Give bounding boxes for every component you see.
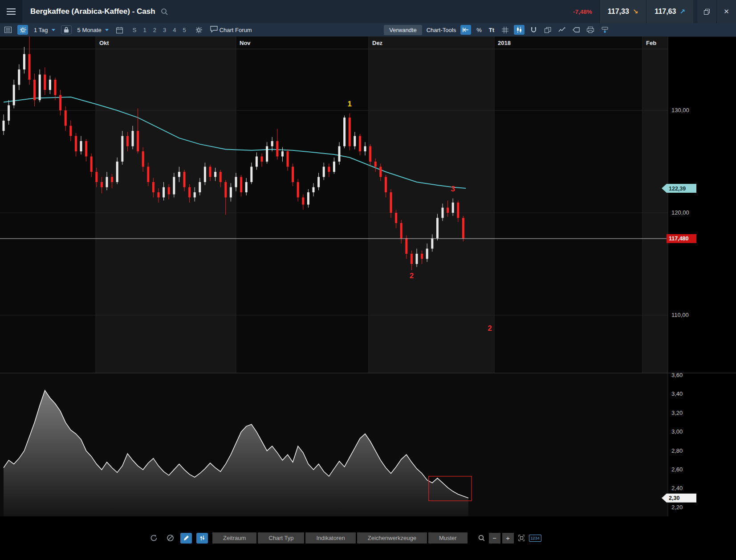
candle-body bbox=[224, 182, 227, 198]
calendar-icon[interactable] bbox=[114, 25, 125, 35]
bottom-tab-chart-typ[interactable]: Chart Typ bbox=[258, 532, 304, 544]
candle-body bbox=[8, 106, 10, 121]
month-label: Feb bbox=[646, 40, 656, 46]
price-tick-label: 120,00 bbox=[671, 209, 689, 216]
preset-5[interactable]: 5 bbox=[183, 27, 186, 33]
menu-button[interactable] bbox=[0, 0, 22, 23]
indicator-tick-label: 3,40 bbox=[671, 390, 683, 397]
chart-forum-button[interactable]: Chart Forum bbox=[208, 25, 254, 35]
sell-price-button[interactable]: 117,33 ↘ bbox=[599, 0, 647, 23]
fit-screen-icon[interactable] bbox=[516, 533, 527, 544]
candle-body bbox=[261, 157, 263, 162]
candle-body bbox=[39, 75, 41, 101]
candle-body bbox=[168, 187, 170, 195]
candle-body bbox=[65, 110, 67, 126]
range-select[interactable]: 5 Monate bbox=[76, 26, 110, 34]
indicator-tick-label: 2,60 bbox=[671, 466, 683, 473]
pencil-icon[interactable] bbox=[180, 533, 192, 544]
wave-annotation: 2 bbox=[488, 324, 492, 333]
chart-window: Bergkaffee (Arabica-Kaffee) - Cash -7,48… bbox=[0, 0, 736, 560]
range-value: 5 Monate bbox=[77, 27, 102, 33]
candle-body bbox=[390, 192, 392, 213]
candle-body bbox=[426, 249, 428, 259]
quote-panel-icon[interactable] bbox=[3, 25, 13, 35]
candle-body bbox=[379, 167, 382, 177]
trendline-icon[interactable] bbox=[557, 25, 567, 35]
disable-drawing-icon[interactable] bbox=[164, 533, 176, 544]
bottom-tab-zeichenwerkzeuge[interactable]: Zeichenwerkzeuge bbox=[357, 532, 427, 544]
candle-body bbox=[54, 80, 57, 95]
preset-4[interactable]: 4 bbox=[173, 27, 176, 33]
sell-price: 117,33 bbox=[608, 8, 629, 16]
candle-body bbox=[323, 167, 325, 177]
preset-3[interactable]: 3 bbox=[163, 27, 166, 33]
back-label-icon[interactable] bbox=[571, 25, 581, 35]
verwandte-button[interactable]: Verwandte bbox=[384, 25, 422, 35]
appearance-icon[interactable] bbox=[599, 25, 610, 35]
preset-2[interactable]: 2 bbox=[153, 27, 156, 33]
chart-settings-gear-icon[interactable] bbox=[17, 25, 28, 35]
change-percent: -7,48% bbox=[573, 8, 592, 15]
candle-body bbox=[374, 162, 377, 167]
restore-window-button[interactable] bbox=[697, 0, 716, 23]
chart-toolbar: 1 Tag 5 Monate S12345 Chart Forum bbox=[0, 23, 736, 37]
toolbar-right-group: Verwandte Chart-Tools % Tt bbox=[384, 25, 610, 35]
magnifier-icon[interactable] bbox=[476, 533, 487, 544]
candle-body bbox=[452, 203, 454, 213]
print-icon[interactable] bbox=[585, 25, 596, 35]
windows-layout-icon[interactable] bbox=[542, 25, 553, 35]
zoom-in-button[interactable]: + bbox=[502, 533, 514, 544]
ma-value-badge-label: 122,39 bbox=[669, 186, 686, 192]
percent-scale-button[interactable]: % bbox=[475, 26, 484, 34]
candlestick-type-icon[interactable] bbox=[514, 25, 525, 35]
price-chart-canvas[interactable]: OktNovDez2018Feb1232130,00120,00110,003,… bbox=[0, 37, 736, 560]
candle-body bbox=[395, 213, 397, 223]
buy-price-button[interactable]: 117,63 ↗ bbox=[646, 0, 693, 23]
bottom-tab-zeitraum[interactable]: Zeitraum bbox=[212, 532, 256, 544]
indicator-tick-label: 2,80 bbox=[671, 447, 683, 454]
candle-body bbox=[80, 141, 82, 151]
candle-body bbox=[245, 182, 248, 192]
candle-body bbox=[44, 75, 46, 90]
magnet-icon[interactable] bbox=[528, 25, 539, 35]
wave-annotation: 2 bbox=[410, 272, 414, 280]
preset-s[interactable]: S bbox=[133, 27, 137, 33]
candle-body bbox=[287, 151, 289, 167]
sort-arrows-icon[interactable] bbox=[196, 533, 208, 544]
candle-body bbox=[436, 218, 439, 239]
dock-left-icon[interactable] bbox=[460, 25, 471, 35]
indicator-tick-label: 3,00 bbox=[671, 428, 683, 435]
candle-body bbox=[137, 131, 139, 151]
zoom-out-button[interactable]: − bbox=[489, 533, 500, 544]
candle-body bbox=[411, 254, 413, 264]
wave-annotation: 3 bbox=[451, 185, 455, 193]
close-window-button[interactable]: ✕ bbox=[716, 0, 736, 23]
candle-body bbox=[158, 192, 160, 198]
candle-body bbox=[442, 208, 444, 218]
bottom-toolbar: ZeitraumChart TypIndikatorenZeichenwerkz… bbox=[148, 532, 541, 544]
settings-gear-icon[interactable] bbox=[194, 25, 204, 35]
candle-body bbox=[385, 177, 387, 193]
preset-1[interactable]: 1 bbox=[143, 27, 146, 33]
candle-body bbox=[13, 85, 15, 106]
text-size-button[interactable]: Tt bbox=[487, 26, 496, 34]
bottom-tab-muster[interactable]: Muster bbox=[428, 532, 468, 544]
timeframe-select[interactable]: 1 Tag bbox=[32, 26, 57, 34]
chat-bubble-icon bbox=[210, 26, 218, 34]
search-icon[interactable] bbox=[161, 8, 168, 15]
candle-body bbox=[271, 141, 273, 146]
candle-body bbox=[343, 118, 346, 146]
candle-body bbox=[364, 146, 366, 152]
candle-body bbox=[18, 69, 20, 85]
refresh-icon[interactable] bbox=[148, 533, 160, 544]
month-column-shading bbox=[96, 37, 236, 373]
candle-body bbox=[292, 167, 294, 183]
bottom-tab-indikatoren[interactable]: Indikatoren bbox=[305, 532, 355, 544]
candle-body bbox=[250, 167, 252, 183]
zoom-controls: − + 1234 bbox=[476, 533, 541, 544]
page-numbers-button[interactable]: 1234 bbox=[529, 535, 541, 542]
preset-range-buttons: S12345 bbox=[133, 27, 186, 33]
grid-icon[interactable] bbox=[500, 25, 510, 35]
lock-icon[interactable] bbox=[61, 25, 72, 34]
candle-body bbox=[3, 121, 5, 131]
